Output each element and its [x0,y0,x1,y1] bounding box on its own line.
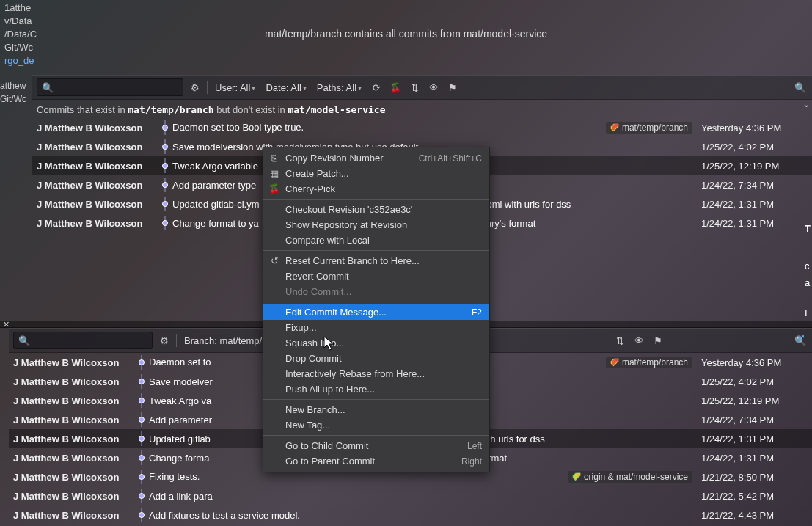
commit-author: J Matthew B Wilcoxson [37,180,158,191]
toolbar-top: 🔍 ⚙ User: All▾ Date: All▾ Paths: All▾ ⟳ … [32,75,812,100]
commit-row[interactable]: J Matthew B Wilcoxson Add fixtures to te… [9,505,812,525]
menu-label: Undo Commit... [285,286,351,297]
menu-item[interactable]: New Tag... [263,417,489,433]
menu-item[interactable]: ↺Reset Current Branch to Here... [263,253,489,269]
commit-date: 1/24/22, 1:31 PM [701,218,808,229]
menu-item[interactable]: 🍒Cherry-Pick [263,181,489,197]
commit-date: 1/24/22, 1:31 PM [701,199,808,210]
filter-user[interactable]: User: All▾ [212,81,258,95]
search-input-bottom[interactable] [33,335,147,346]
search-box[interactable]: 🔍 [37,78,183,96]
gear-icon[interactable]: ⚙ [157,333,172,348]
commit-row[interactable]: J Matthew B Wilcoxson Daemon set too Boo… [32,118,812,137]
menu-label: Cherry-Pick [285,183,335,194]
commit-row[interactable]: J Matthew B Wilcoxson Add a link para 1/… [9,486,812,505]
commit-date: 1/21/22, 5:42 PM [701,491,808,502]
commit-message: Fixing tests.origin & mat/model-service [149,471,701,483]
refresh-icon[interactable]: ⟳ [369,80,384,95]
commit-author: J Matthew B Wilcoxson [13,472,134,483]
menu-item[interactable]: Go to Parent CommitRight [263,453,489,469]
expand-icon[interactable]: ⤢ [797,332,809,344]
menu-label: Checkout Revision 'c352ae3c' [285,204,412,215]
commit-date: 1/24/22, 1:31 PM [701,453,808,464]
search-input[interactable] [56,82,178,92]
commit-author: J Matthew B Wilcoxson [37,199,158,210]
menu-item[interactable]: Checkout Revision 'c352ae3c' [263,202,489,217]
commit-message: Daemon set too Bool type true.mat/temp/b… [172,122,701,134]
bookmark-icon[interactable]: ⚑ [651,333,665,348]
arrows-icon[interactable]: ⇅ [612,333,627,348]
cherry-pick-icon[interactable]: 🍒 [388,80,403,95]
bookmark-icon[interactable]: ⚑ [445,80,460,95]
menu-label: Go to Parent Commit [285,456,375,467]
eye-icon[interactable]: 👁 [426,80,441,95]
commit-date: 1/21/22, 8:50 PM [701,472,808,483]
commit-date: 1/25/22, 4:02 PM [701,142,808,153]
menu-item[interactable]: Push All up to Here... [263,381,489,397]
menu-item[interactable]: Fixup... [263,320,489,335]
commit-author: J Matthew B Wilcoxson [13,414,134,425]
commit-author: J Matthew B Wilcoxson [13,357,134,368]
commit-author: J Matthew B Wilcoxson [37,218,158,229]
eye-icon[interactable]: 👁 [632,333,646,348]
menu-item[interactable]: Interactively Rebase from Here... [263,366,489,381]
menu-shortcut: Ctrl+Alt+Shift+C [419,153,482,164]
branch-tag[interactable]: mat/temp/branch [606,357,692,368]
search-right-icon[interactable]: 🔍 [793,80,808,95]
copy-icon: ⎘ [269,153,279,164]
menu-item[interactable]: Drop Commit [263,351,489,366]
menu-item[interactable]: Squash Into... [263,335,489,351]
menu-item[interactable]: Edit Commit Message...F2 [263,304,489,320]
menu-label: Interactively Rebase from Here... [285,368,425,379]
patch-icon: ▦ [269,169,279,179]
menu-item[interactable]: Revert Commit [263,269,489,284]
menu-label: New Branch... [285,404,345,415]
menu-label: Create Patch... [285,168,349,179]
undo-icon: ↺ [269,256,279,266]
menu-label: Squash Into... [285,337,344,348]
commit-date: Yesterday 4:36 PM [701,357,808,368]
search-box-bottom[interactable]: 🔍 [13,332,153,349]
commit-date: 1/25/22, 4:02 PM [701,376,808,387]
commit-author: J Matthew B Wilcoxson [13,434,134,445]
menu-label: Fixup... [285,322,317,333]
menu-label: Edit Commit Message... [285,307,387,318]
branch-tag[interactable]: mat/temp/branch [606,122,692,134]
menu-item[interactable]: Compare with Local [263,233,489,248]
branch-tag[interactable]: origin & mat/model-service [568,471,692,483]
commit-message: Add fixtures to test a service model. [149,510,701,521]
menu-item: Undo Commit... [263,284,489,299]
commit-date: 1/24/22, 1:31 PM [701,434,808,445]
menu-item[interactable]: ⎘Copy Revision NumberCtrl+Alt+Shift+C [263,150,489,166]
menu-label: New Tag... [285,420,330,431]
menu-item[interactable]: ▦Create Patch... [263,166,489,181]
commit-author: J Matthew B Wilcoxson [13,453,134,464]
search-icon: 🔍 [18,335,30,346]
chevron-down-icon[interactable]: ⌄ [799,96,812,111]
menu-label: Compare with Local [285,235,370,246]
commit-author: J Matthew B Wilcoxson [13,491,134,502]
menu-item[interactable]: New Branch... [263,402,489,417]
filter-paths[interactable]: Paths: All▾ [314,81,365,95]
menu-shortcut: F2 [472,307,482,318]
commit-author: J Matthew B Wilcoxson [13,376,134,387]
filter-branch[interactable]: Branch: mat/temp/ [181,334,265,348]
search-icon: 🔍 [42,82,54,93]
arrows-icon[interactable]: ⇅ [407,80,422,95]
menu-item[interactable]: Go to Child CommitLeft [263,438,489,453]
commit-date: 1/21/22, 4:43 PM [701,510,808,521]
filter-date[interactable]: Date: All▾ [263,81,309,95]
commit-author: J Matthew B Wilcoxson [37,161,158,172]
commit-date: Yesterday 4:36 PM [701,123,808,134]
commit-author: J Matthew B Wilcoxson [13,510,134,521]
menu-label: Copy Revision Number [285,153,384,164]
banner-message: mat/temp/branch contains all commits fro… [0,23,812,47]
cherry-icon: 🍒 [269,184,279,194]
menu-shortcut: Left [467,441,482,451]
commit-author: J Matthew B Wilcoxson [13,395,134,406]
menu-label: Revert Commit [285,271,349,282]
menu-item[interactable]: Show Repository at Revision [263,217,489,233]
gear-icon[interactable]: ⚙ [188,80,202,95]
context-menu: ⎘Copy Revision NumberCtrl+Alt+Shift+C▦Cr… [263,147,490,472]
menu-label: Show Repository at Revision [285,219,407,230]
